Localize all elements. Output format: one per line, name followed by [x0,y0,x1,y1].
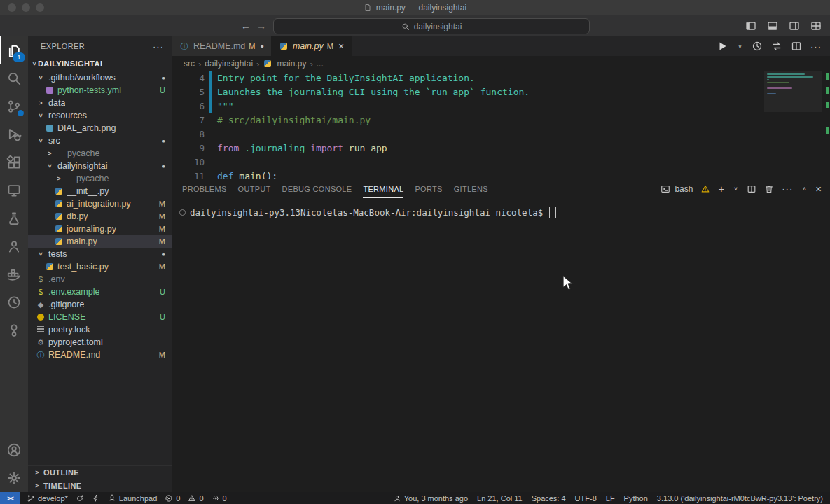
activity-history[interactable] [0,288,28,316]
tree-item-data[interactable]: >data [28,97,172,109]
explorer-more-actions-button[interactable]: ··· [153,41,164,52]
activity-remote-explorer[interactable] [0,176,28,204]
tree-item-dailyinsightai[interactable]: >dailyinsightai● [28,160,172,172]
tree-item-pycache[interactable]: >__pycache__ [28,147,172,160]
activity-source-control[interactable] [0,92,28,120]
breadcrumb-item-dailyinsightai[interactable]: dailyinsightai [205,59,253,69]
status-sync[interactable] [76,494,84,503]
code-line-6[interactable]: 6""" [172,99,830,113]
panel-tab-terminal[interactable]: TERMINAL [363,179,403,198]
tree-item-gitignore[interactable]: ◆.gitignore [28,298,172,311]
panel-tab-output[interactable]: OUTPUT [238,179,271,198]
panel-more-actions-button[interactable]: ··· [782,183,793,194]
toggle-panel-button[interactable] [767,20,778,31]
folder-chevron-icon[interactable]: > [35,74,46,81]
terminal-dropdown-chevron[interactable]: > [733,186,739,192]
breadcrumb-item--[interactable]: ... [317,59,324,69]
activity-live-share[interactable] [0,232,28,260]
status-encoding[interactable]: UTF-8 [575,494,597,503]
tree-item-pycache[interactable]: >__pycache__ [28,172,172,185]
remote-indicator[interactable]: >< [0,492,20,504]
tree-item-python-tests-yml[interactable]: python-tests.ymlU [28,84,172,97]
panel-tab-gitlens[interactable]: GITLENS [454,179,488,198]
tree-item-resources[interactable]: >resources [28,109,172,122]
tree-item-db-py[interactable]: db.pyM [28,210,172,223]
run-python-file-button[interactable] [717,41,728,52]
panel-tab-ports[interactable]: PORTS [415,179,442,198]
folder-chevron-icon[interactable]: > [44,162,55,169]
status-warnings[interactable]: 0 [188,494,203,503]
editor-more-actions-button[interactable]: ··· [810,41,822,52]
new-terminal-button[interactable]: + [718,183,724,195]
status-interpreter[interactable]: 3.13.0 ('dailyinsightai-rM0tcBwR-py3.13'… [657,494,823,503]
tree-item-poetry-lock[interactable]: poetry.lock [28,323,172,336]
customize-layout-button[interactable] [810,20,822,31]
activity-gitlens[interactable] [0,316,28,344]
timeline-icon[interactable] [752,41,763,52]
status-ports[interactable]: 0 [212,494,227,503]
status-branch[interactable]: develop* [27,494,68,503]
status-language[interactable]: Python [624,494,648,503]
activity-docker[interactable] [0,260,28,288]
code-editor[interactable]: 4Entry point for the DailyInsightAI appl… [172,71,830,178]
minimap[interactable] [767,74,819,96]
tree-item-dial-arch-png[interactable]: DIAL_arch.png [28,122,172,134]
folder-chevron-icon[interactable]: > [44,150,55,157]
open-changes-button[interactable] [771,41,782,52]
folder-chevron-icon[interactable]: > [35,251,46,258]
terminal-content[interactable]: dailyinsightai-py3.13Nicoletas-MacBook-A… [172,198,830,218]
code-line-8[interactable]: 8 [172,127,830,141]
maximize-panel-button[interactable]: > [801,186,808,192]
activity-extensions[interactable] [0,148,28,176]
go-forward-button[interactable]: → [256,20,266,31]
tree-item-readme-md[interactable]: ⓘREADME.mdM [28,349,172,361]
tree-item-init-py[interactable]: __init__.py [28,185,172,197]
close-panel-button[interactable]: × [815,183,822,195]
shell-warning-icon[interactable] [700,184,710,194]
status-cursor-position[interactable]: Ln 21, Col 11 [477,494,523,503]
code-line-5[interactable]: 5Launches the journaling CLI using the `… [172,85,830,99]
close-icon[interactable]: × [338,41,344,52]
tree-item-journaling-py[interactable]: journaling.pyM [28,223,172,235]
activity-run-and-debug[interactable] [0,120,28,148]
breadcrumb-item-main-py[interactable]: main.py [263,59,306,69]
status-blame[interactable]: You, 3 months ago [393,494,468,503]
sidebar-section-outline[interactable]: >OUTLINE [28,465,172,479]
zoom-window-button[interactable] [36,4,44,12]
activity-testing[interactable] [0,204,28,232]
tree-item-pyproject-toml[interactable]: ⚙pyproject.toml [28,336,172,349]
split-terminal-button[interactable] [747,184,756,194]
split-editor-button[interactable] [791,41,802,52]
folder-chevron-icon[interactable]: > [35,99,46,106]
tree-item-license[interactable]: LICENSEU [28,311,172,323]
workspace-root-folder[interactable]: > DAILYINSIGHTAI [28,56,172,71]
toggle-secondary-sidebar-button[interactable] [789,20,800,31]
code-line-11[interactable]: 11def main(): [172,169,830,178]
breadcrumb-item-src[interactable]: src [184,59,195,69]
activity-search[interactable] [0,64,28,92]
shell-selector[interactable]: bash [675,184,693,194]
tree-item-ai-integration-py[interactable]: ai_integration.pyM [28,197,172,210]
minimize-window-button[interactable] [22,4,30,12]
tab-main-py[interactable]: main.pyM× [272,36,352,56]
activity-accounts[interactable] [0,436,28,464]
tree-item-test-basic-py[interactable]: test_basic.pyM [28,260,172,273]
code-line-10[interactable]: 10 [172,155,830,169]
tree-item-src[interactable]: >src● [28,134,172,147]
tree-item-main-py[interactable]: main.pyM [28,235,172,248]
status-errors[interactable]: 0 [165,494,180,503]
tree-item-tests[interactable]: >tests● [28,248,172,260]
status-launchpad[interactable]: Launchpad [108,494,157,503]
panel-tab-problems[interactable]: PROBLEMS [182,179,227,198]
folder-chevron-icon[interactable]: > [35,137,46,144]
tree-item-github-workflows[interactable]: >.github/workflows● [28,71,172,84]
status-eol[interactable]: LF [606,494,615,503]
activity-explorer[interactable]: 1 [0,36,28,64]
dirty-indicator[interactable]: ● [261,43,264,50]
run-dropdown-chevron[interactable]: > [737,43,743,50]
activity-settings[interactable] [0,464,28,492]
go-back-button[interactable]: ← [241,20,251,31]
code-line-4[interactable]: 4Entry point for the DailyInsightAI appl… [172,71,830,85]
sidebar-section-timeline[interactable]: >TIMELINE [28,479,172,492]
status-bolt[interactable] [92,494,100,503]
